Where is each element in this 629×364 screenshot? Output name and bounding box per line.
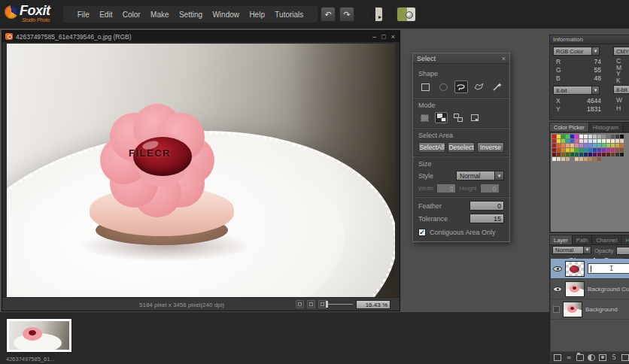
zoom-slider-handle[interactable] [326,301,328,308]
deselect-button[interactable]: Deselect [448,142,475,153]
polygon-lasso-select-icon[interactable] [472,80,486,93]
menu-color[interactable]: Color [120,9,144,20]
color-swatch[interactable] [611,144,615,147]
tab-channel[interactable]: Channel [592,235,621,244]
actual-pixels-icon[interactable] [307,300,315,308]
zoom-slider[interactable] [327,304,353,305]
visibility-eye-icon[interactable] [553,287,562,292]
color-swatch[interactable] [593,144,597,147]
color-swatch[interactable] [566,135,570,138]
close-icon[interactable]: × [502,55,506,62]
color-swatch[interactable] [593,148,597,152]
layer-row-new[interactable]: I [551,259,629,279]
color-swatch[interactable] [584,148,588,152]
color-swatch[interactable] [606,139,610,143]
adjustment-layer-icon[interactable] [588,354,595,361]
color-swatch[interactable] [575,135,579,138]
color-swatch[interactable] [575,153,579,156]
color-swatch[interactable] [557,153,561,156]
menu-help[interactable]: Help [246,9,268,20]
color-swatch[interactable] [620,153,624,156]
color-swatch[interactable] [552,148,556,152]
color-swatch[interactable] [561,148,565,152]
blend-mode-dropdown[interactable]: Normal▾ [552,246,591,254]
color-swatch[interactable] [597,139,601,143]
select-panel-header[interactable]: Select × [413,53,509,64]
tab-histogram[interactable]: Histogram [589,123,623,132]
color-swatch[interactable] [584,153,588,156]
adjustment-icon[interactable]: ▸ [368,7,383,22]
close-button[interactable]: × [391,33,395,41]
color-swatch[interactable] [566,157,570,161]
contiguous-checkbox[interactable]: ✓ [418,229,426,236]
color-swatch[interactable] [593,135,597,138]
color-swatch[interactable] [606,135,610,138]
magic-wand-icon[interactable] [490,80,504,93]
style-icon[interactable]: S [610,354,618,361]
minimize-button[interactable]: – [372,33,376,41]
left-bit-depth-dropdown[interactable]: 8-bit▾ [553,86,600,95]
color-swatch[interactable] [615,135,619,138]
color-swatch[interactable] [602,135,606,138]
color-swatch[interactable] [557,144,561,147]
color-swatch[interactable] [566,148,570,152]
menu-window[interactable]: Window [209,9,242,20]
color-swatch[interactable] [579,153,583,156]
inverse-button[interactable]: Inverse [477,142,504,153]
new-selection-icon[interactable] [418,112,431,123]
visibility-checkbox[interactable] [553,306,560,313]
color-swatch[interactable] [561,135,565,138]
new-layer-icon[interactable] [621,354,629,361]
layer-thumbnail[interactable] [565,261,585,277]
color-swatch[interactable] [611,139,615,143]
color-swatch[interactable] [579,144,583,147]
color-swatch[interactable] [566,153,570,156]
lasso-select-icon[interactable] [454,80,469,93]
color-swatch[interactable] [579,135,583,138]
color-swatch[interactable] [584,135,588,138]
color-swatch[interactable] [597,153,601,156]
information-panel-header[interactable]: Information [550,35,629,44]
color-swatch[interactable] [557,157,561,161]
color-swatch[interactable] [602,144,606,147]
menu-tutorials[interactable]: Tutorials [272,9,306,20]
menu-make[interactable]: Make [147,9,172,20]
mask-icon[interactable] [599,354,606,361]
color-swatch[interactable] [570,153,574,156]
document-titlebar[interactable]: 42637497585_61e4739546_o.jpg (RGB) – □ × [2,31,400,42]
color-swatch[interactable] [593,153,597,156]
color-swatch[interactable] [552,144,556,147]
maximize-button[interactable]: □ [381,33,385,41]
color-swatch[interactable] [557,139,561,143]
color-swatch[interactable] [593,157,597,161]
color-swatch[interactable] [588,148,592,152]
color-swatch[interactable] [597,135,601,138]
color-swatch[interactable] [597,144,601,147]
color-swatch[interactable] [611,148,615,152]
color-swatch[interactable] [602,153,606,156]
color-swatch[interactable] [579,157,583,161]
color-swatch[interactable] [606,153,610,156]
color-swatch[interactable] [570,139,574,143]
menu-setting[interactable]: Setting [176,9,205,20]
rectangle-select-icon[interactable] [418,80,433,93]
color-swatch[interactable] [552,153,556,156]
color-swatch[interactable] [602,139,606,143]
layer-row-background[interactable]: Background [551,299,629,320]
fit-screen-icon[interactable] [296,300,304,308]
layer-thumbnail[interactable] [565,281,585,297]
color-swatch[interactable] [588,135,592,138]
color-swatch[interactable] [557,135,561,138]
filmstrip-thumbnail[interactable] [6,318,72,353]
color-swatch[interactable] [561,153,565,156]
tab-path[interactable]: Path [573,235,592,244]
color-swatch[interactable] [615,139,619,143]
color-swatch[interactable] [597,148,601,152]
color-swatch[interactable] [602,148,606,152]
select-all-button[interactable]: SelectAll [418,142,445,153]
color-swatch[interactable] [615,148,619,152]
color-swatch[interactable] [570,148,574,152]
color-swatch[interactable] [552,139,556,143]
layer-row-background-copy[interactable]: Background Copy [551,279,629,299]
color-swatch[interactable] [575,148,579,152]
